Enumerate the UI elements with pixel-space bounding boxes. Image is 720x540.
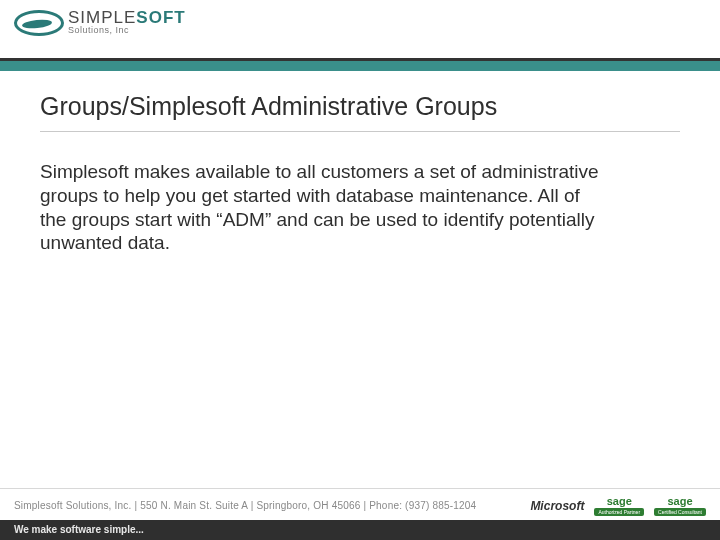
sage-badge-1: sage Authorized Partner — [594, 495, 644, 516]
logo-icon — [14, 8, 62, 36]
body-text: Simplesoft makes available to all custom… — [40, 160, 600, 255]
sage-name-1: sage — [607, 495, 632, 507]
header: SIMPLESOFT Solutions, Inc — [0, 0, 720, 72]
footer: Simplesoft Solutions, Inc. | 550 N. Main… — [0, 488, 720, 540]
footer-tagline-bar: We make software simple... — [0, 520, 720, 540]
logo-subtitle: Solutions, Inc — [68, 26, 186, 35]
logo-word-soft: SOFT — [136, 8, 185, 27]
page-title: Groups/Simplesoft Administrative Groups — [40, 92, 680, 121]
footer-address: Simplesoft Solutions, Inc. | 550 N. Main… — [14, 500, 476, 511]
company-logo: SIMPLESOFT Solutions, Inc — [14, 8, 186, 36]
title-underline — [40, 131, 680, 132]
content-area: Groups/Simplesoft Administrative Groups … — [0, 72, 720, 255]
sage-tag-certified: Certified Consultant — [654, 508, 706, 516]
microsoft-logo: Microsoft — [530, 499, 584, 513]
footer-logos: Microsoft sage Authorized Partner sage C… — [530, 495, 706, 516]
footer-top: Simplesoft Solutions, Inc. | 550 N. Main… — [0, 488, 720, 520]
logo-text: SIMPLESOFT Solutions, Inc — [68, 9, 186, 35]
sage-tag-authorized: Authorized Partner — [594, 508, 644, 516]
sage-name-2: sage — [668, 495, 693, 507]
sage-badge-2: sage Certified Consultant — [654, 495, 706, 516]
header-rule-teal — [0, 61, 720, 71]
